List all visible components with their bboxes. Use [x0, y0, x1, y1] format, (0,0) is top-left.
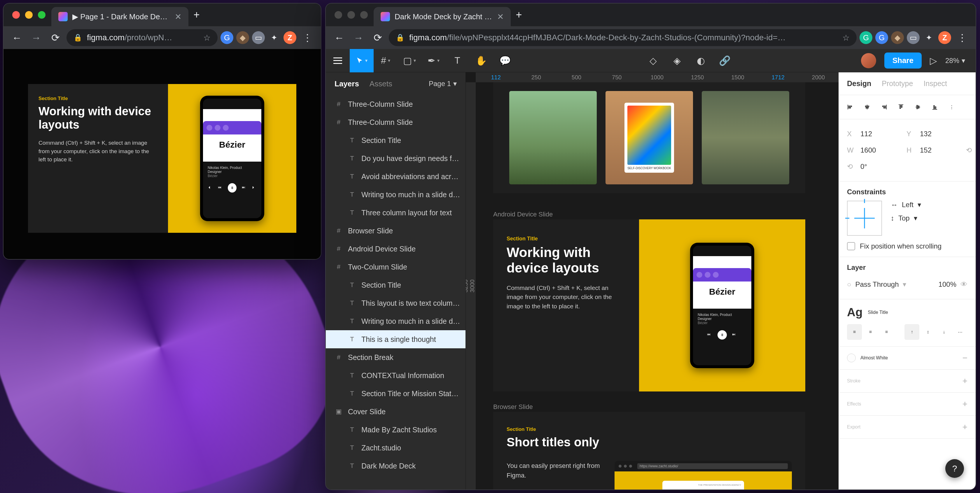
extension-icon[interactable]: ▭ — [907, 31, 920, 44]
close-window-icon[interactable] — [12, 11, 20, 19]
mask-icon[interactable]: ◈ — [665, 49, 689, 72]
figma-menu-button[interactable] — [326, 49, 350, 72]
forward-button[interactable]: → — [350, 29, 367, 46]
browser-tab[interactable]: Dark Mode Deck by Zacht Stud… ✕ — [374, 7, 511, 26]
maximize-window-icon[interactable] — [360, 11, 368, 19]
layer-row[interactable]: #Browser Slide — [326, 222, 466, 240]
layer-row[interactable]: #Two-Column Slide — [326, 258, 466, 276]
frame-browser-slide[interactable]: Section Title Short titles only You can … — [493, 412, 805, 490]
layer-row[interactable]: TThis is a single thought — [326, 330, 466, 348]
new-tab-button[interactable]: + — [188, 3, 205, 26]
fill-swatch[interactable] — [847, 353, 856, 362]
address-bar[interactable]: 🔒 figma.com/file/wpNPespplxt44cpHfMJBAC/… — [389, 29, 857, 46]
align-hcenter-icon[interactable] — [859, 99, 875, 115]
frame-tool[interactable]: #▾ — [374, 49, 398, 72]
blend-mode-dropdown[interactable]: Pass Through — [856, 280, 899, 288]
visibility-icon[interactable]: 👁 — [961, 280, 967, 288]
tab-close-icon[interactable]: ✕ — [497, 12, 504, 22]
component-icon[interactable]: ◇ — [641, 49, 665, 72]
add-export-icon[interactable]: + — [962, 422, 967, 432]
text-valign-top-icon[interactable]: ↑ — [904, 324, 920, 340]
profile-avatar-icon[interactable]: Z — [938, 31, 951, 44]
text-options-icon[interactable]: ⋯ — [953, 324, 967, 340]
layer-row[interactable]: #Three-Column Slide — [326, 95, 466, 113]
text-valign-bottom-icon[interactable]: ↓ — [937, 324, 951, 340]
layer-row[interactable]: TDark Mode Deck — [326, 457, 466, 475]
layer-row[interactable]: TSection Title or Mission State… — [326, 385, 466, 402]
add-effect-icon[interactable]: + — [962, 399, 967, 409]
layer-row[interactable]: TWriting too much in a slide de… — [326, 312, 466, 330]
align-vcenter-icon[interactable] — [910, 99, 926, 115]
text-tool[interactable]: T — [445, 49, 469, 72]
tab-close-icon[interactable]: ✕ — [175, 12, 181, 22]
bookmark-star-icon[interactable]: ☆ — [203, 33, 211, 43]
back-button[interactable]: ← — [331, 29, 347, 46]
prop-w[interactable]: 1600 — [861, 146, 902, 154]
kebab-menu-icon[interactable]: ⋮ — [954, 29, 970, 46]
tab-assets[interactable]: Assets — [369, 80, 392, 88]
prop-h[interactable]: 152 — [920, 146, 962, 154]
move-tool[interactable]: ▾ — [350, 49, 374, 72]
constraint-vertical-dropdown[interactable]: ↕ Top ▾ — [891, 214, 921, 222]
grammarly-extension-icon[interactable]: G — [859, 31, 872, 44]
extensions-menu-icon[interactable]: ✦ — [923, 31, 935, 44]
reload-button[interactable]: ⟳ — [47, 29, 64, 46]
reload-button[interactable]: ⟳ — [369, 29, 386, 46]
prop-x[interactable]: 112 — [861, 130, 902, 138]
distribute-icon[interactable]: ⋮ — [944, 99, 959, 115]
layer-row[interactable]: TZacht.studio — [326, 439, 466, 457]
link-icon[interactable]: 🔗 — [713, 49, 737, 72]
add-stroke-icon[interactable]: + — [962, 376, 967, 386]
text-align-right-icon[interactable]: ≡ — [879, 324, 894, 340]
align-top-icon[interactable] — [893, 99, 909, 115]
prop-y[interactable]: 132 — [920, 130, 962, 138]
layer-row[interactable]: TSection Title — [326, 276, 466, 294]
address-bar[interactable]: 🔒 figma.com/proto/wpN… ☆ — [67, 29, 218, 46]
text-align-left-icon[interactable]: ≡ — [847, 324, 862, 340]
layer-row[interactable]: TSection Title — [326, 131, 466, 149]
figma-canvas[interactable]: 11225050075010001250150017122000 3000325… — [466, 72, 838, 490]
frame-three-column[interactable]: SELF-DISCOVERY WORKBOOK — [493, 82, 805, 193]
layer-row[interactable]: TDo you have design needs for… — [326, 149, 466, 167]
layer-row[interactable]: #Three-Column Slide — [326, 113, 466, 131]
frame-android-device-slide[interactable]: Section Title Working with device layout… — [493, 219, 805, 391]
zoom-dropdown[interactable]: 28% ▾ — [945, 57, 965, 65]
layer-row[interactable]: TWriting too much in a slide de… — [326, 186, 466, 204]
align-left-icon[interactable] — [842, 99, 858, 115]
user-avatar[interactable] — [861, 53, 876, 68]
profile-avatar-icon[interactable]: Z — [283, 31, 296, 44]
close-window-icon[interactable] — [334, 11, 342, 19]
share-button[interactable]: Share — [885, 52, 922, 68]
text-align-center-icon[interactable]: ≡ — [863, 324, 878, 340]
forward-button[interactable]: → — [28, 29, 45, 46]
text-valign-mid-icon[interactable]: ↕ — [921, 324, 935, 340]
layer-row[interactable]: TThree column layout for text — [326, 204, 466, 222]
tab-design[interactable]: Design — [847, 80, 871, 88]
remove-fill-icon[interactable]: − — [962, 353, 967, 363]
layer-row[interactable]: TAvoid abbreviations and acron… — [326, 167, 466, 186]
link-dimensions-icon[interactable]: ⟲ — [966, 146, 972, 154]
new-tab-button[interactable]: + — [511, 3, 527, 26]
tab-inspect[interactable]: Inspect — [923, 80, 947, 88]
tab-layers[interactable]: Layers — [334, 80, 359, 88]
boolean-icon[interactable]: ◐ — [689, 49, 713, 72]
bookmark-star-icon[interactable]: ☆ — [842, 33, 850, 43]
comment-tool[interactable]: 💬 — [493, 49, 517, 72]
kebab-menu-icon[interactable]: ⋮ — [299, 29, 316, 46]
fix-position-checkbox[interactable]: Fix position when scrolling — [847, 242, 967, 250]
hand-tool[interactable]: ✋ — [469, 49, 493, 72]
frame-label-android[interactable]: Android Device Slide — [493, 211, 553, 218]
translate-extension-icon[interactable]: G — [875, 31, 888, 44]
layer-row[interactable]: #Android Device Slide — [326, 240, 466, 258]
opacity-field[interactable]: 100% — [939, 280, 956, 288]
extension-icon[interactable]: ◆ — [891, 31, 904, 44]
help-button[interactable]: ? — [945, 459, 964, 478]
text-style-name[interactable]: Slide Title — [868, 310, 888, 315]
constraints-widget[interactable] — [847, 201, 882, 236]
minimize-window-icon[interactable] — [25, 11, 33, 19]
extensions-menu-icon[interactable]: ✦ — [268, 31, 281, 44]
frame-label-browser[interactable]: Browser Slide — [493, 403, 533, 411]
minimize-window-icon[interactable] — [347, 11, 355, 19]
extension-icon[interactable]: ▭ — [252, 31, 265, 44]
align-bottom-icon[interactable] — [927, 99, 943, 115]
